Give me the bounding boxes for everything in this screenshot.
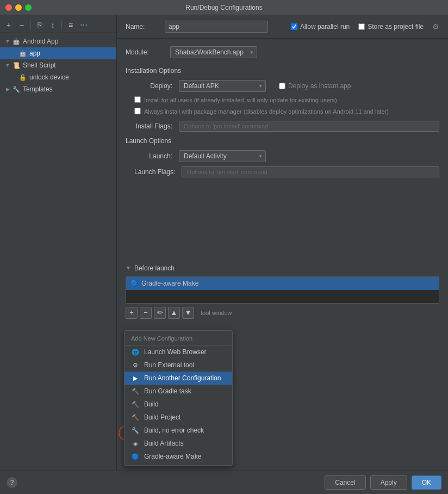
sidebar: + − ⎘ ↕ ≡ ⋯ ▼ 🤖 Android App ▶ 🤖 [0, 15, 117, 471]
tree-item-templates[interactable]: ▶ 🔧 Templates [0, 83, 116, 95]
config-header: Name: Allow parallel run Store as projec… [117, 15, 448, 39]
templates-icon: 🔧 [12, 85, 21, 94]
before-launch-section: ▼ Before launch 🔵 Gradle-aware Make + − … [126, 264, 439, 319]
install-flags-input[interactable] [179, 121, 439, 132]
shell-script-icon: 📜 [12, 61, 21, 70]
maximize-button[interactable] [25, 4, 32, 11]
tree-item-unlock-device[interactable]: ▶ 🔓 unlock device [0, 71, 116, 83]
add-launch-button[interactable]: + [126, 307, 138, 319]
module-row: Module: ShabazWorkBench.app [126, 46, 439, 58]
menu-label-run-another: Run Another Configuration [144, 374, 221, 382]
tree-item-shell-script[interactable]: ▼ 📜 Shell Script [0, 59, 116, 71]
android-icon: 🤖 [12, 37, 21, 46]
menu-label-build: Build [144, 400, 159, 408]
gradle-icon: 🔵 [130, 280, 138, 287]
launch-label: Launch: [134, 152, 172, 160]
window-controls [5, 4, 32, 11]
menu-item-run-gradle[interactable]: 🔨 Run Gradle task [125, 385, 232, 398]
sidebar-toolbar: + − ⎘ ↕ ≡ ⋯ [0, 17, 116, 33]
remove-launch-button[interactable]: − [140, 307, 152, 319]
install-all-users-row: Install for all users (if already instal… [126, 96, 439, 104]
tree-label-app: app [29, 50, 40, 57]
launch-flags-input[interactable] [182, 166, 439, 177]
menu-item-build-artifacts[interactable]: ◈ Build Artifacts [125, 437, 232, 450]
toolbar-separator2 [61, 21, 62, 29]
gradle-aware-icon: 🔵 [131, 453, 140, 460]
remove-config-button[interactable]: − [16, 20, 27, 30]
module-select-wrap: ShabazWorkBench.app [170, 46, 257, 58]
artifacts-icon: ◈ [131, 440, 140, 447]
ok-button[interactable]: OK [412, 476, 441, 490]
tree-arrow-shell: ▼ [4, 62, 11, 69]
cancel-button[interactable]: Cancel [325, 476, 365, 490]
add-config-button[interactable]: + [3, 20, 14, 30]
run-another-icon: ▶ [131, 375, 140, 382]
tree-item-android-app[interactable]: ▼ 🤖 Android App [0, 35, 116, 47]
menu-item-launch-web[interactable]: 🌐 Launch Web Browser [125, 345, 232, 359]
menu-item-run-external[interactable]: ⚙ Run External tool [125, 359, 232, 372]
external-tool-icon: ⚙ [131, 362, 140, 369]
store-as-project-checkbox[interactable] [358, 23, 365, 30]
menu-label-build-artifacts: Build Artifacts [144, 440, 184, 447]
deploy-label: Deploy: [134, 82, 172, 90]
header-options: Allow parallel run Store as project file… [291, 22, 439, 31]
config-gear-icon[interactable]: ⚙ [432, 22, 439, 31]
bottom-bar: ? Cancel Apply OK [0, 471, 448, 494]
tree-label-unlock: unlock device [29, 73, 69, 81]
move-up-launch-button[interactable]: ▲ [168, 307, 180, 319]
install-pkg-mgr-checkbox[interactable] [134, 108, 141, 114]
install-flags-row: Install Flags: [126, 121, 439, 132]
menu-label-build-no-error: Build, no error check [144, 427, 204, 434]
main-content: + − ⎘ ↕ ≡ ⋯ ▼ 🤖 Android App ▶ 🤖 [0, 15, 448, 471]
web-browser-icon: 🌐 [131, 349, 140, 356]
android-small-icon: 🤖 [18, 49, 27, 58]
menu-label-launch-web: Launch Web Browser [144, 348, 207, 356]
move-down-launch-button[interactable]: ▼ [182, 307, 194, 319]
deploy-instant-checkbox[interactable] [279, 83, 285, 89]
launch-toolbar: + − ✏ ▲ ▼ tool window [126, 307, 439, 319]
launch-options-title: Launch Options [126, 137, 439, 145]
settings-button[interactable]: ⋯ [78, 20, 89, 30]
edit-launch-button[interactable]: ✏ [154, 307, 166, 319]
build-icon: 🔨 [131, 401, 140, 408]
more-button[interactable]: ≡ [65, 20, 76, 30]
before-launch-arrow[interactable]: ▼ [126, 265, 131, 271]
apply-button[interactable]: Apply [370, 476, 407, 490]
run-debug-configurations-dialog: Run/Debug Configurations + − ⎘ ↕ ≡ ⋯ ▼ 🤖… [0, 0, 448, 494]
sort-config-button[interactable]: ↕ [47, 20, 58, 30]
menu-item-build[interactable]: 🔨 Build [125, 398, 232, 411]
install-pkg-mgr-row: Always install with package manager (dis… [126, 108, 439, 116]
launch-dropdown[interactable]: Default Activity [179, 150, 266, 162]
deploy-dropdown[interactable]: Default APK [179, 80, 266, 92]
deploy-instant-label[interactable]: Deploy as instant app [279, 82, 351, 90]
before-launch-title: Before launch [134, 264, 175, 272]
gradle-aware-make-item[interactable]: 🔵 Gradle-aware Make [126, 277, 439, 290]
store-as-project-label[interactable]: Store as project file [358, 23, 424, 30]
gradle-task-icon: 🔨 [131, 388, 140, 395]
copy-config-button[interactable]: ⎘ [34, 20, 45, 30]
install-flags-label: Install Flags: [134, 122, 172, 130]
add-config-dropdown-menu: Add New Configuration 🌐 Launch Web Brows… [124, 330, 233, 466]
menu-item-build-project[interactable]: 🔨 Build Project [125, 411, 232, 424]
allow-parallel-label[interactable]: Allow parallel run [291, 23, 350, 30]
name-input[interactable] [165, 21, 268, 33]
tree-arrow-android-app: ▼ [4, 38, 11, 45]
install-all-users-label: Install for all users (if already instal… [144, 96, 337, 104]
menu-item-gradle-aware[interactable]: 🔵 Gradle-aware Make [125, 450, 232, 463]
close-button[interactable] [5, 4, 12, 11]
toolbar-separator [30, 21, 31, 29]
menu-item-run-another[interactable]: ▶ Run Another Configuration [125, 372, 232, 385]
help-button[interactable]: ? [7, 477, 17, 488]
menu-item-build-no-error[interactable]: 🔧 Build, no error check [125, 424, 232, 437]
module-dropdown[interactable]: ShabazWorkBench.app [170, 46, 257, 58]
titlebar: Run/Debug Configurations [0, 0, 448, 15]
launch-section: Launch Options Launch: Default Activity … [126, 137, 439, 177]
minimize-button[interactable] [15, 4, 22, 11]
tree-label-templates: Templates [23, 85, 53, 93]
install-all-users-checkbox[interactable] [134, 96, 141, 103]
allow-parallel-checkbox[interactable] [291, 23, 297, 30]
tree-arrow-templates: ▶ [4, 86, 11, 92]
tree-label-shell-script: Shell Script [23, 61, 56, 69]
menu-label-gradle-aware: Gradle-aware Make [144, 453, 201, 460]
tree-item-app[interactable]: ▶ 🤖 app [0, 47, 116, 59]
